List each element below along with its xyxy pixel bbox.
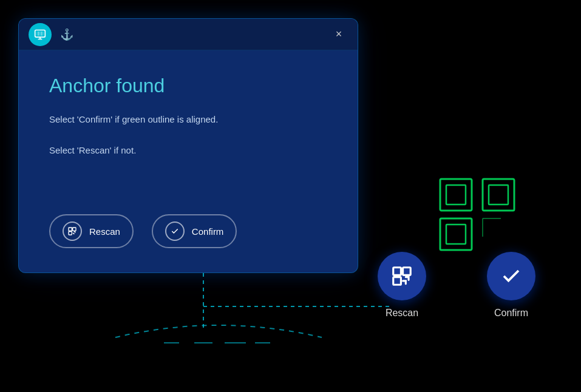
confirm-icon xyxy=(165,221,185,241)
rescan-label: Rescan xyxy=(89,226,120,237)
svg-rect-21 xyxy=(393,277,401,285)
anchor-found-panel: ⚓ × Anchor found Select 'Confirm' if gre… xyxy=(18,18,358,273)
titlebar: ⚓ × xyxy=(19,19,358,50)
large-confirm-circle[interactable] xyxy=(487,252,535,300)
rescan-button[interactable]: Rescan xyxy=(49,214,134,248)
large-confirm-icon xyxy=(500,265,522,287)
screen-icon xyxy=(34,29,46,41)
anchor-icon: ⚓ xyxy=(60,28,73,41)
svg-rect-4 xyxy=(69,232,72,235)
large-rescan-icon xyxy=(390,265,413,288)
svg-rect-11 xyxy=(440,179,472,211)
large-confirm-label: Confirm xyxy=(494,308,528,319)
large-rescan-button[interactable]: Rescan xyxy=(378,252,426,319)
holographic-squares xyxy=(435,176,520,255)
svg-rect-14 xyxy=(489,185,508,204)
svg-rect-3 xyxy=(73,228,76,231)
window-body: Anchor found Select 'Confirm' if green o… xyxy=(19,50,358,177)
large-confirm-button[interactable]: Confirm xyxy=(487,252,535,319)
svg-rect-20 xyxy=(403,268,411,275)
rescan-icon xyxy=(63,221,82,241)
anchor-found-heading: Anchor found xyxy=(49,75,327,97)
confirm-button[interactable]: Confirm xyxy=(152,214,237,248)
svg-rect-12 xyxy=(446,185,466,204)
svg-rect-16 xyxy=(446,225,466,244)
close-button[interactable]: × xyxy=(330,25,348,44)
large-rescan-label: Rescan xyxy=(386,308,418,319)
svg-rect-1 xyxy=(36,32,44,36)
large-rescan-circle[interactable] xyxy=(378,252,426,300)
svg-rect-13 xyxy=(483,179,514,211)
confirm-label: Confirm xyxy=(192,226,224,237)
titlebar-icon-circle xyxy=(29,23,52,46)
anchor-instruction: Select 'Confirm' if green outline is ali… xyxy=(49,112,327,158)
window-actions: Rescan Confirm xyxy=(49,214,237,248)
scatter-dashes xyxy=(152,328,273,358)
svg-rect-2 xyxy=(69,228,72,231)
svg-rect-15 xyxy=(440,218,472,250)
svg-rect-19 xyxy=(393,268,401,275)
